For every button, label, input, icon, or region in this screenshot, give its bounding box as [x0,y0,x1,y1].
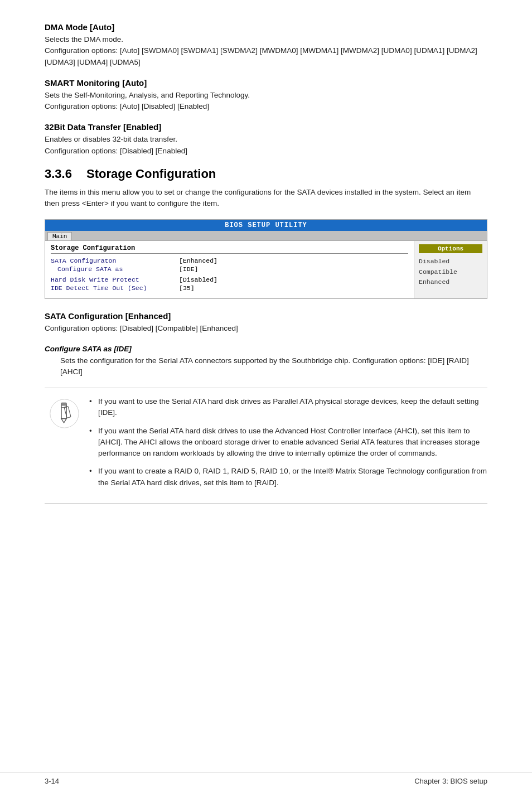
bios-row-write-protect: Hard Disk Write Protect [Disabled] [51,276,408,283]
footer-chapter: Chapter 3: BIOS setup [414,777,487,785]
bios-body: Storage Configuration SATA Configuraton … [45,241,487,298]
dma-mode-body: Selects the DMA mode. Configuration opti… [45,34,487,68]
bios-option-compatible: Compatible [419,267,482,277]
note-item-1: If you want to use the Serial ATA hard d… [89,396,487,419]
storage-config-section: 3.3.6 Storage Configuration The items in… [45,167,487,210]
smart-monitoring-description: Sets the Self-Monitoring, Analysis, and … [45,91,250,99]
storage-config-heading: 3.3.6 Storage Configuration [45,167,487,181]
bios-section-title: Storage Configuration [51,244,408,254]
storage-config-intro: The items in this menu allow you to set … [45,187,487,210]
dma-mode-description: Selects the DMA mode. [45,35,123,44]
smart-monitoring-section: SMART Monitoring [Auto] Sets the Self-Mo… [45,78,487,113]
bios-sidebar-panel: Options Disabled Compatible Enhanced [414,241,487,298]
notes-list: If you want to use the Serial ATA hard d… [84,396,487,495]
storage-config-number: 3.3.6 [45,167,72,181]
bios-main-panel: Storage Configuration SATA Configuraton … [45,241,414,298]
bios-options-title: Options [419,244,482,253]
sata-subsection-label: Configure SATA as [IDE] [45,345,487,353]
bios-option-enhanced: Enhanced [419,277,482,287]
bios-label-configure-sata: Configure SATA as [51,265,179,273]
note-item-3: If you want to create a RAID 0, RAID 1, … [89,466,487,489]
bios-tabs-bar: Main [45,231,487,241]
bios-value-write-protect: [Disabled] [179,276,217,283]
sata-config-heading: SATA Configuration [Enhanced] [45,311,487,321]
sata-subsection-body: Sets the configuration for the Serial AT… [60,355,487,378]
smart-monitoring-body: Sets the Self-Monitoring, Analysis, and … [45,90,487,113]
bios-row-sata-config: SATA Configuraton [Enhanced] [51,257,408,264]
note-icon [45,396,84,429]
svg-rect-5 [64,406,70,418]
bios-value-configure-sata: [IDE] [179,265,199,273]
bios-ui-box: BIOS SETUP UTILITY Main Storage Configur… [45,219,487,299]
bios-title-bar: BIOS SETUP UTILITY [45,220,487,231]
smart-monitoring-heading: SMART Monitoring [Auto] [45,78,487,88]
bios-label-sata-configuraton: SATA Configuraton [51,257,179,264]
dma-mode-section: DMA Mode [Auto] Selects the DMA mode. Co… [45,22,487,68]
note-item-2: If you want the Serial ATA hard disk dri… [89,426,487,460]
svg-rect-3 [61,403,66,405]
bios-tab-main[interactable]: Main [47,232,72,240]
bios-disk-group: Hard Disk Write Protect [Disabled] IDE D… [51,276,408,292]
bios-value-sata-configuraton: [Enhanced] [179,257,217,264]
bit-transfer-config: Configuration options: [Disabled] [Enabl… [45,147,187,155]
footer-page-number: 3-14 [45,777,59,785]
bit-transfer-heading: 32Bit Data Transfer [Enabled] [45,122,487,132]
sata-config-options: Configuration options: [Disabled] [Compa… [45,323,487,334]
bios-option-disabled: Disabled [419,257,482,267]
svg-marker-2 [61,419,66,423]
storage-config-title: Storage Configuration [86,167,216,181]
dma-mode-heading: DMA Mode [Auto] [45,22,487,32]
sata-config-enhanced-section: SATA Configuration [Enhanced] Configurat… [45,311,487,378]
smart-monitoring-config: Configuration options: [Auto] [Disabled]… [45,102,209,110]
page-footer: 3-14 Chapter 3: BIOS setup [0,772,532,785]
notes-container: If you want to use the Serial ATA hard d… [45,388,487,504]
bit-transfer-description: Enables or disables 32-bit data transfer… [45,135,177,143]
bios-row-configure-sata: Configure SATA as [IDE] [51,265,408,273]
bit-transfer-section: 32Bit Data Transfer [Enabled] Enables or… [45,122,487,157]
bios-label-write-protect: Hard Disk Write Protect [51,276,179,283]
bios-sata-group: SATA Configuraton [Enhanced] Configure S… [51,257,408,273]
bios-value-ide-timeout: [35] [179,284,195,292]
bit-transfer-body: Enables or disables 32-bit data transfer… [45,134,487,157]
bios-row-ide-timeout: IDE Detect Time Out (Sec) [35] [51,284,408,292]
pencil-wrench-icon [49,398,80,429]
dma-mode-config: Configuration options: [Auto] [SWDMA0] [… [45,46,477,66]
bios-label-ide-timeout: IDE Detect Time Out (Sec) [51,284,179,292]
